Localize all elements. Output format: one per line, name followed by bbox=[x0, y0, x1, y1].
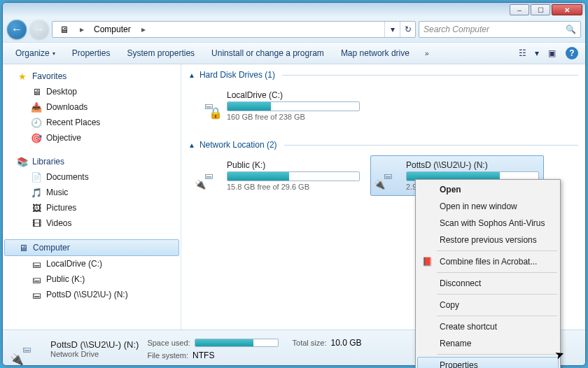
sidebar-item-videos[interactable]: 🎞Videos bbox=[4, 215, 179, 231]
group-network-header[interactable]: ▲Network Location (2) bbox=[188, 139, 578, 151]
sidebar-favorites-header[interactable]: ★Favorites bbox=[4, 69, 179, 84]
ctx-sophos[interactable]: Scan with Sophos Anti-Virus bbox=[417, 215, 559, 232]
sidebar-item-pottsd[interactable]: 🖴PottsD (\\SU2\U-) (N:) bbox=[4, 287, 179, 302]
acrobat-icon: 📕 bbox=[421, 257, 433, 267]
view-dropdown-icon[interactable]: ▾ bbox=[535, 48, 539, 58]
ctx-rename[interactable]: Rename bbox=[417, 335, 559, 352]
ctx-separator bbox=[437, 354, 557, 355]
sidebar-computer-header[interactable]: 🖥Computer bbox=[4, 239, 179, 256]
libraries-icon: 📚 bbox=[17, 156, 28, 167]
drive-c-free: 160 GB free of 238 GB bbox=[227, 113, 360, 121]
sidebar-item-desktop[interactable]: 🖥Desktop bbox=[4, 84, 179, 99]
ctx-open[interactable]: Open bbox=[417, 181, 559, 198]
sidebar-item-recent[interactable]: 🕘Recent Places bbox=[4, 115, 179, 130]
star-icon: ★ bbox=[17, 71, 28, 82]
map-drive-button[interactable]: Map network drive bbox=[334, 45, 416, 61]
netdrive-icon: 🖴🔌 bbox=[375, 163, 400, 188]
ctx-properties[interactable]: Properties bbox=[417, 357, 559, 368]
sidebar-libraries: 📚Libraries 📄Documents 🎵Music 🖼Pictures 🎞… bbox=[4, 154, 179, 231]
drive-k-free: 15.8 GB free of 29.6 GB bbox=[227, 183, 360, 191]
doc-icon: 📄 bbox=[31, 171, 42, 183]
desktop-icon: 🖥 bbox=[31, 86, 42, 97]
sidebar-item-music[interactable]: 🎵Music bbox=[4, 185, 179, 200]
sidebar-favorites: ★Favorites 🖥Desktop 📥Downloads 🕘Recent P… bbox=[4, 69, 179, 146]
ctx-restore[interactable]: Restore previous versions bbox=[417, 232, 559, 248]
breadcrumb-dropdown-icon[interactable]: ▸ bbox=[137, 24, 150, 34]
nav-back-button[interactable]: ← bbox=[7, 20, 27, 39]
sidebar-libraries-header[interactable]: 📚Libraries bbox=[4, 154, 179, 169]
sidebar-item-localdrive[interactable]: 🖴LocalDrive (C:) bbox=[4, 256, 179, 271]
sidebar-item-public[interactable]: 🖴Public (K:) bbox=[4, 271, 179, 287]
collapse-icon: ▲ bbox=[188, 71, 195, 79]
titlebar: – ☐ ✕ bbox=[3, 3, 585, 17]
drive-k[interactable]: 🖴🔌 Public (K:) 15.8 GB free of 29.6 GB bbox=[191, 155, 365, 196]
details-type: Network Drive bbox=[50, 350, 139, 358]
drive-n-name: PottsD (\\SU2\U-) (N:) bbox=[406, 160, 539, 170]
computer-icon: 🖥 bbox=[18, 242, 29, 253]
ctx-acrobat[interactable]: 📕Combine files in Acrobat... bbox=[417, 253, 559, 270]
toolbar-overflow-icon[interactable]: » bbox=[419, 50, 435, 57]
minimize-button[interactable]: – bbox=[510, 4, 529, 15]
nav-forward-button[interactable]: → bbox=[29, 20, 49, 39]
ctx-separator bbox=[437, 272, 557, 273]
group-hdd-header[interactable]: ▲Hard Disk Drives (1) bbox=[188, 69, 578, 81]
ctx-copy[interactable]: Copy bbox=[417, 297, 559, 313]
ctx-open-new-window[interactable]: Open in new window bbox=[417, 198, 559, 215]
sidebar-item-downloads[interactable]: 📥Downloads bbox=[4, 99, 179, 115]
nav-row: ← → 🖥 ▸ Computer ▸ ▾ ↻ Search Computer 🔍 bbox=[3, 17, 585, 42]
details-usage-bar bbox=[195, 339, 279, 347]
details-spaceused-label: Space used: bbox=[147, 339, 190, 347]
view-button[interactable]: ☷ bbox=[514, 45, 531, 62]
ctx-separator bbox=[437, 250, 557, 251]
details-total-label: Total size: bbox=[293, 339, 327, 347]
drive-c-name: LocalDrive (C:) bbox=[227, 90, 360, 100]
computer-icon: 🖥 bbox=[58, 24, 69, 35]
breadcrumb-dropdown-icon[interactable]: ▸ bbox=[76, 24, 88, 34]
group-hdd: ▲Hard Disk Drives (1) 🖴🔒 LocalDrive (C:)… bbox=[188, 69, 578, 130]
collapse-icon: ▲ bbox=[188, 141, 195, 149]
ctx-separator bbox=[437, 316, 557, 316]
context-menu: Open Open in new window Scan with Sophos… bbox=[415, 179, 561, 368]
netdrive-icon: 🖴 bbox=[31, 274, 42, 285]
ctx-separator bbox=[437, 294, 557, 295]
search-input[interactable]: Search Computer 🔍 bbox=[419, 21, 581, 38]
drive-k-usage-bar bbox=[227, 171, 360, 181]
downloads-icon: 📥 bbox=[31, 101, 42, 113]
close-button[interactable]: ✕ bbox=[552, 4, 582, 15]
pic-icon: 🖼 bbox=[31, 202, 42, 213]
drive-c-usage-bar bbox=[227, 101, 360, 111]
organize-button[interactable]: Organize▾ bbox=[8, 45, 62, 61]
breadcrumb-root[interactable]: Computer bbox=[88, 22, 137, 37]
refresh-button[interactable]: ↻ bbox=[400, 22, 415, 37]
sidebar-item-pictures[interactable]: 🖼Pictures bbox=[4, 200, 179, 215]
netdrive-icon: 🖴🔌 bbox=[196, 163, 221, 188]
details-total-val: 10.0 GB bbox=[330, 338, 361, 348]
drive-c[interactable]: 🖴🔒 LocalDrive (C:) 160 GB free of 238 GB bbox=[191, 85, 365, 126]
recent-icon: 🕘 bbox=[31, 117, 42, 128]
drive-icon: 🖴🔒 bbox=[196, 93, 221, 118]
sidebar-item-documents[interactable]: 📄Documents bbox=[4, 169, 179, 185]
details-fs-label: File system: bbox=[147, 351, 188, 360]
sidebar: ★Favorites 🖥Desktop 📥Downloads 🕘Recent P… bbox=[3, 64, 181, 330]
system-properties-button[interactable]: System properties bbox=[120, 45, 202, 61]
drive-k-name: Public (K:) bbox=[227, 160, 360, 170]
help-button[interactable]: ? bbox=[566, 47, 578, 59]
preview-pane-button[interactable]: ▣ bbox=[543, 45, 560, 62]
ctx-create-shortcut[interactable]: Create shortcut bbox=[417, 318, 559, 335]
drive-icon: 🖴 bbox=[31, 258, 42, 269]
details-fs-val: NTFS bbox=[192, 351, 214, 360]
search-icon: 🔍 bbox=[566, 24, 576, 34]
ctx-disconnect[interactable]: Disconnect bbox=[417, 275, 559, 292]
toolbar-properties-button[interactable]: Properties bbox=[65, 45, 118, 61]
address-bar[interactable]: 🖥 ▸ Computer ▸ ▾ ↻ bbox=[52, 21, 416, 38]
uninstall-button[interactable]: Uninstall or change a program bbox=[204, 45, 331, 61]
toolbar: Organize▾ Properties System properties U… bbox=[3, 42, 585, 64]
video-icon: 🎞 bbox=[31, 218, 42, 229]
details-drive-icon: 🖴🔌 bbox=[11, 334, 42, 365]
maximize-button[interactable]: ☐ bbox=[531, 4, 550, 15]
address-dropdown-icon[interactable]: ▾ bbox=[384, 22, 400, 37]
sidebar-item-objective[interactable]: 🎯Objective bbox=[4, 130, 179, 146]
netplug-icon: 🔌 bbox=[195, 179, 206, 190]
details-title: PottsD (\\SU2\U-) (N:) bbox=[50, 339, 139, 350]
sidebar-computer: 🖥Computer 🖴LocalDrive (C:) 🖴Public (K:) … bbox=[4, 239, 179, 302]
